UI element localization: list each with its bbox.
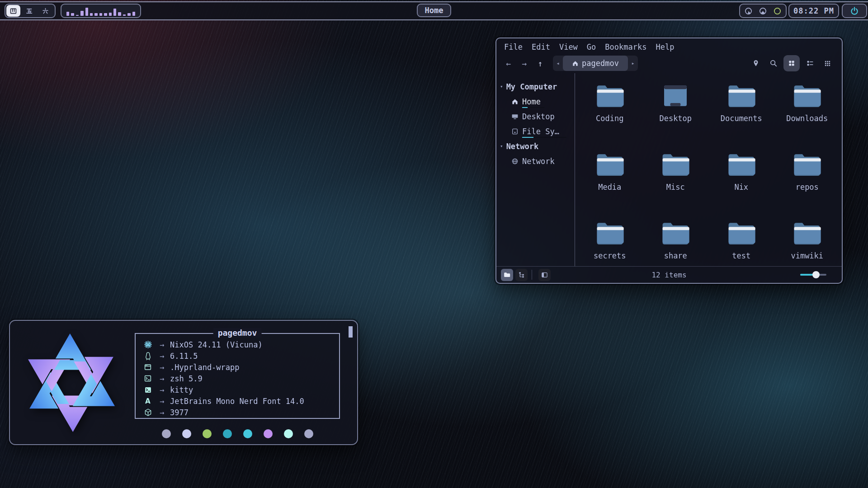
folder-icon xyxy=(596,84,624,107)
sidebar-item-desktop[interactable]: Desktop xyxy=(496,109,575,124)
visualizer-bar xyxy=(118,12,121,16)
dir-tree-toggle-active[interactable] xyxy=(501,269,513,281)
folder-item-coding[interactable]: Coding xyxy=(577,77,643,145)
sidebar-item-home[interactable]: Home xyxy=(496,94,575,109)
package-icon xyxy=(144,408,152,417)
workspace-switcher xyxy=(5,4,56,18)
terminal-palette xyxy=(135,429,340,438)
visualizer-bar xyxy=(80,11,83,16)
home-button[interactable]: Home xyxy=(417,4,451,17)
back-button[interactable]: ← xyxy=(503,59,514,68)
folder-label: Desktop xyxy=(659,114,692,123)
list-view-button[interactable] xyxy=(801,60,819,67)
folder-item-repos[interactable]: repos xyxy=(774,145,840,214)
sidebar-toggle[interactable] xyxy=(538,269,551,281)
folder-item-desktop[interactable]: Desktop xyxy=(643,77,709,145)
menu-item-bookmarks[interactable]: Bookmarks xyxy=(605,42,646,52)
arrow-icon: → xyxy=(154,408,170,417)
icon-view-button-active[interactable] xyxy=(783,55,800,71)
visualizer-bar xyxy=(99,13,102,16)
menu-item-file[interactable]: File xyxy=(504,42,523,52)
slider-thumb[interactable] xyxy=(812,271,820,278)
status-indicators xyxy=(739,4,787,18)
terminal-icon xyxy=(144,386,152,394)
clock-widget[interactable]: 08:22 PM xyxy=(788,4,839,18)
clock-text: 08:22 PM xyxy=(793,6,834,15)
up-button[interactable]: ↑ xyxy=(535,59,546,68)
globe-icon xyxy=(511,158,519,165)
tree-view-toggle[interactable] xyxy=(515,269,528,281)
folder-item-downloads[interactable]: Downloads xyxy=(774,77,840,145)
visualizer-bar xyxy=(123,14,126,16)
location-button[interactable] xyxy=(747,59,764,67)
power-button[interactable] xyxy=(842,4,867,18)
breadcrumb-segment-home[interactable]: pagedmov xyxy=(563,56,628,71)
fastfetch-output: pagedmov →NixOS 24.11 (Vicuna)→6.11.5→.H… xyxy=(133,321,357,444)
audio-visualizer xyxy=(61,4,141,18)
sidebar-section-network[interactable]: ▾ Network xyxy=(496,139,575,154)
battery-ring-icon[interactable] xyxy=(773,7,782,15)
folder-item-documents[interactable]: Documents xyxy=(708,77,774,145)
terminal-window: pagedmov →NixOS 24.11 (Vicuna)→6.11.5→.H… xyxy=(9,320,358,445)
fastfetch-row-kernel: →6.11.5 xyxy=(142,350,339,361)
folder-label: vimwiki xyxy=(791,251,823,260)
visualizer-bar xyxy=(127,13,130,16)
folder-label: test xyxy=(732,251,750,260)
section-label: Network xyxy=(506,142,539,151)
fastfetch-row-wm: →.Hyprland-wrapp xyxy=(142,361,339,373)
fastfetch-row-nix: →NixOS 24.11 (Vicuna) xyxy=(142,339,339,350)
menu-item-edit[interactable]: Edit xyxy=(532,42,550,52)
usage-ring-icon[interactable] xyxy=(744,7,753,15)
forward-button[interactable]: → xyxy=(519,59,530,68)
collapse-triangle-icon: ▾ xyxy=(500,84,503,89)
workspace-5[interactable] xyxy=(21,5,37,17)
folder-icon xyxy=(661,222,689,244)
svg-text:A: A xyxy=(145,397,151,405)
zoom-slider[interactable] xyxy=(800,271,826,278)
visualizer-bar xyxy=(76,15,79,16)
home-icon xyxy=(511,98,519,105)
breadcrumb-prev-icon[interactable]: ◂ xyxy=(553,60,563,66)
menu-item-view[interactable]: View xyxy=(559,42,578,52)
menu-item-help[interactable]: Help xyxy=(656,42,674,52)
fastfetch-row-shell: →zsh 5.9 xyxy=(142,373,339,384)
breadcrumb-next-icon[interactable]: ▸ xyxy=(628,60,638,66)
fastfetch-title: pagedmov xyxy=(213,328,262,338)
tree-icon xyxy=(518,272,525,278)
palette-dot xyxy=(203,429,212,438)
toolbar-icons xyxy=(747,55,842,71)
penguin-icon xyxy=(145,352,151,360)
folder-label: Coding xyxy=(596,114,623,123)
sidebar-item-file-system[interactable]: File Sy… xyxy=(496,124,575,139)
sidebar-section-my-computer[interactable]: ▾ My Computer xyxy=(496,79,575,94)
folder-grid: CodingDesktopDocumentsDownloadsMediaMisc… xyxy=(575,73,842,266)
arrow-icon: → xyxy=(154,340,170,349)
folder-item-nix[interactable]: Nix xyxy=(708,145,774,214)
item-label: Home xyxy=(522,97,541,106)
sidebar-item-network[interactable]: Network xyxy=(496,154,575,169)
folder-icon xyxy=(661,153,689,176)
folder-label: Media xyxy=(598,183,621,192)
power-icon xyxy=(850,6,859,15)
workspace-6[interactable] xyxy=(38,5,53,17)
fastfetch-value: kitty xyxy=(170,385,193,394)
usage-ring2-icon[interactable] xyxy=(759,7,767,15)
item-label: Desktop xyxy=(522,112,555,121)
arrow-icon: → xyxy=(154,374,170,383)
breadcrumb: ◂ pagedmov ▸ xyxy=(553,56,638,71)
folder-icon xyxy=(793,153,821,176)
arrow-icon: → xyxy=(154,352,170,361)
menu-item-go[interactable]: Go xyxy=(587,42,596,52)
search-button[interactable] xyxy=(764,59,782,67)
folder-item-media[interactable]: Media xyxy=(577,145,643,214)
palette-dot xyxy=(162,429,171,438)
fastfetch-value: 3977 xyxy=(170,408,189,417)
workspace-4-active[interactable] xyxy=(6,5,20,17)
folder-label: Misc xyxy=(666,183,685,192)
folder-item-misc[interactable]: Misc xyxy=(643,145,709,214)
nix-snowflake-icon xyxy=(18,329,125,436)
visualizer-bar xyxy=(85,8,88,16)
fastfetch-row-pkg: →3977 xyxy=(142,407,339,418)
compact-view-button[interactable] xyxy=(819,60,836,67)
search-icon xyxy=(769,59,778,67)
